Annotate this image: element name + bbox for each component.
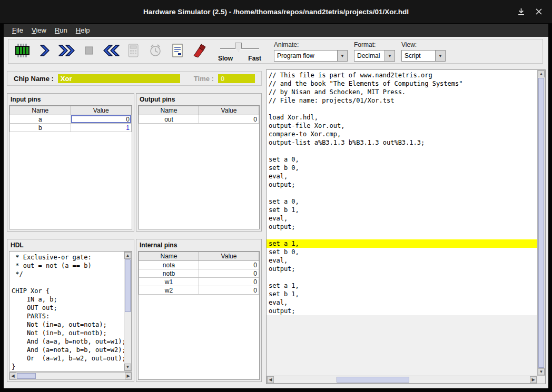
scroll-right-icon[interactable]: ▶ [125,373,132,379]
view-value: Script [402,52,435,59]
script-hscroll-thumb[interactable] [337,377,409,383]
menu-view[interactable]: View [27,25,51,36]
pin-name: notb [139,269,199,278]
time-field: 0 [218,74,255,83]
animate-value: Program flow [274,52,337,59]
calculator-icon [127,43,140,60]
script-code-line [267,273,537,282]
script-vertical-scrollbar[interactable]: ▲ ▼ [537,70,545,376]
run-button[interactable] [56,40,78,63]
script-horizontal-scrollbar[interactable]: ◀ ▶ [267,376,537,384]
hdl-title: HDL [7,239,134,251]
pin-value[interactable]: 0 [199,286,259,295]
time-label: Time : [194,75,214,83]
scroll-right-icon[interactable]: ▶ [530,376,537,383]
speed-slider[interactable]: Slow Fast [218,40,261,63]
animate-label: Animate: [274,41,348,48]
hdl-code-line: } [9,363,124,371]
pin-row-a: a0 [10,115,132,124]
pin-value[interactable]: 0 [199,115,259,124]
script-file-icon [171,43,184,60]
script-code-line: load Xor.hdl, [267,113,537,122]
script-code-line [267,147,537,155]
single-step-icon [37,44,52,59]
hdl-horizontal-scrollbar[interactable]: ◀ ▶ [9,372,132,380]
pin-row-nota: nota0 [139,261,259,269]
calculator-button[interactable] [122,40,144,63]
script-code-line [267,189,537,197]
script-vscroll-thumb[interactable] [538,78,544,368]
hdl-code-line: * out = not (a == b) [9,262,124,270]
clock-button[interactable] [144,40,166,63]
chevron-down-icon[interactable]: ▼ [435,51,445,61]
window: Hardware Simulator (2.5) - /home/thomas/… [0,0,552,392]
chevron-down-icon[interactable]: ▼ [337,51,347,61]
view-select[interactable]: Script ▼ [401,50,446,62]
pin-row-notb: notb0 [139,269,259,278]
pin-value[interactable]: 0 [199,269,259,278]
pin-value[interactable]: 1 [71,124,132,132]
toolbar: Slow Fast Animate: Program flow ▼ Format… [4,37,548,66]
hdl-vertical-scrollbar[interactable]: ▲ ▼ [124,252,132,371]
script-code-line [267,231,537,239]
app-frame: FileViewRunHelp [4,23,548,388]
output-pins-table: Name Value out0 [139,106,259,124]
main-content: Chip Name : Xor Time : 0 Input pins Name… [4,66,548,388]
scroll-left-icon[interactable]: ◀ [9,373,16,379]
hdl-code-line: */ [9,270,124,278]
hdl-code-line: Not (in=a, out=nota); [9,320,124,329]
script-code-line: // and the book "The Elements of Computi… [267,79,537,88]
chip-name-label: Chip Name : [14,75,54,83]
window-title: Hardware Simulator (2.5) - /home/thomas/… [143,8,409,16]
pin-value[interactable]: 0 [71,115,132,124]
hdl-code-line: And (a=nota, b=b, out=w2); [9,346,124,354]
script-code-line: set a 1, [267,239,537,248]
script-file-button[interactable] [166,40,189,63]
rewind-button[interactable] [100,40,122,63]
scroll-down-icon[interactable]: ▼ [538,368,545,375]
scroll-down-icon[interactable]: ▼ [124,364,131,370]
scroll-up-icon[interactable]: ▲ [538,71,545,77]
pin-name: a [10,115,71,124]
stop-button[interactable] [78,40,100,63]
download-icon[interactable] [516,7,526,16]
column-header-name: Name [139,252,199,261]
format-group: Format: Decimal ▼ [354,41,395,62]
run-icon [57,44,77,59]
column-header-value: Value [71,106,132,115]
script-code-line: output-file Xor.out, [267,122,537,130]
animate-select[interactable]: Program flow ▼ [274,50,348,62]
script-code-line: output-list a%B3.1.3 b%B3.1.3 out%B3.1.3… [267,138,537,147]
menu-run[interactable]: Run [51,25,72,36]
chevron-down-icon[interactable]: ▼ [385,51,395,61]
pin-value[interactable]: 0 [199,261,259,269]
pin-value[interactable]: 0 [199,278,259,286]
menu-file[interactable]: File [8,25,27,36]
clock-icon [148,43,163,60]
column-header-value: Value [199,252,259,261]
paintbrush-icon [192,43,208,60]
format-select[interactable]: Decimal ▼ [354,50,395,62]
hdl-vscroll-thumb[interactable] [125,259,131,312]
script-code-line: output; [267,307,537,315]
scroll-left-icon[interactable]: ◀ [267,376,274,383]
format-value: Decimal [354,52,385,59]
slider-thumb[interactable] [235,43,242,52]
menu-help[interactable]: Help [72,25,94,36]
script-code-line: // This file is part of www.nand2tetris.… [267,71,537,79]
chip-name-field[interactable]: Xor [58,74,180,83]
close-icon[interactable] [534,7,544,16]
single-step-button[interactable] [34,40,56,63]
column-header-name: Name [10,106,71,115]
paintbrush-button[interactable] [189,40,211,63]
scroll-up-icon[interactable]: ▲ [124,252,131,259]
pin-name: w2 [139,286,199,295]
load-chip-button[interactable] [12,40,34,63]
pin-row-w2: w20 [139,286,259,295]
script-code-line: output; [267,265,537,273]
pin-row-w1: w10 [139,278,259,286]
hdl-hscroll-thumb[interactable] [17,373,36,379]
script-code: // This file is part of www.nand2tetris.… [267,70,537,376]
pin-name: b [10,124,71,132]
script-code-line: set a 0, [267,155,537,164]
